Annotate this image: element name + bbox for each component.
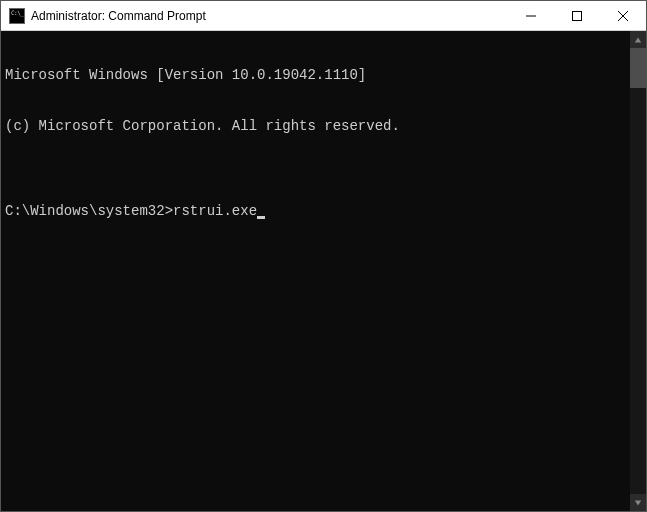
client-area: Microsoft Windows [Version 10.0.19042.11… bbox=[1, 31, 646, 511]
window-controls bbox=[508, 1, 646, 30]
scroll-up-arrow-icon[interactable] bbox=[630, 31, 646, 48]
svg-rect-1 bbox=[573, 11, 582, 20]
text-cursor bbox=[257, 216, 265, 219]
copyright-line: (c) Microsoft Corporation. All rights re… bbox=[5, 118, 626, 135]
scroll-thumb[interactable] bbox=[630, 48, 646, 88]
window-title: Administrator: Command Prompt bbox=[31, 9, 508, 23]
titlebar[interactable]: Administrator: Command Prompt bbox=[1, 1, 646, 31]
vertical-scrollbar[interactable] bbox=[630, 31, 646, 511]
typed-command: rstrui.exe bbox=[173, 203, 257, 220]
maximize-button[interactable] bbox=[554, 1, 600, 30]
svg-marker-5 bbox=[635, 500, 641, 505]
prompt-path: C:\Windows\system32> bbox=[5, 203, 173, 220]
minimize-button[interactable] bbox=[508, 1, 554, 30]
cmd-icon bbox=[9, 8, 25, 24]
scroll-track[interactable] bbox=[630, 48, 646, 494]
terminal-output[interactable]: Microsoft Windows [Version 10.0.19042.11… bbox=[1, 31, 630, 511]
prompt-line: C:\Windows\system32>rstrui.exe bbox=[5, 203, 626, 220]
version-line: Microsoft Windows [Version 10.0.19042.11… bbox=[5, 67, 626, 84]
close-button[interactable] bbox=[600, 1, 646, 30]
scroll-down-arrow-icon[interactable] bbox=[630, 494, 646, 511]
command-prompt-window: Administrator: Command Prompt Microsoft … bbox=[0, 0, 647, 512]
svg-marker-4 bbox=[635, 37, 641, 42]
